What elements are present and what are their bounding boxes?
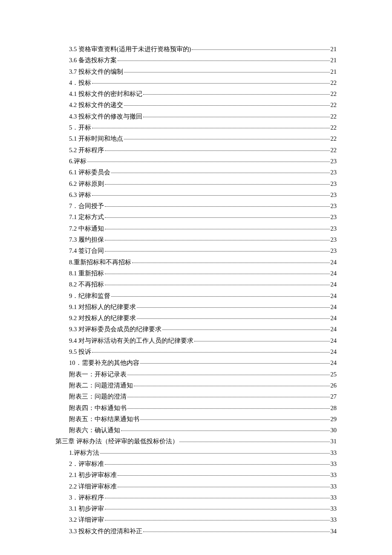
toc-label: 4.2 投标文件的递交 <box>69 102 123 108</box>
toc-page-number: 26 <box>331 382 337 389</box>
toc-entry: 3.1 初步评审33 <box>55 506 337 512</box>
toc-entry: 8.1 重新招标24 <box>55 270 337 277</box>
toc-page-number: 30 <box>331 427 337 434</box>
toc-page-number: 22 <box>331 113 337 120</box>
toc-page-number: 24 <box>331 326 337 332</box>
toc-page-number: 21 <box>331 69 337 75</box>
toc-page-number: 24 <box>331 338 337 344</box>
toc-label: 6.3 评标 <box>69 192 91 198</box>
toc-page-number: 31 <box>331 438 337 445</box>
toc-page-number: 33 <box>331 450 337 456</box>
toc-leader-dots <box>143 117 330 117</box>
toc-entry: 附表四：中标通知书28 <box>55 405 337 411</box>
toc-page-number: 24 <box>331 360 337 366</box>
toc-entry: 9.3 对评标委员会成员的纪律要求24 <box>55 326 337 332</box>
toc-entry: 8.重新招标和不再招标24 <box>55 259 337 266</box>
toc-leader-dots <box>118 487 330 487</box>
toc-page-number: 23 <box>331 225 337 232</box>
toc-entry: 3．评标程序33 <box>55 494 337 501</box>
toc-label: 2.1 初步评审标准 <box>69 472 117 478</box>
toc-page-number: 33 <box>331 494 337 501</box>
toc-leader-dots <box>124 72 330 72</box>
toc-label: 4.3 投标文件的修改与撤回 <box>69 113 142 120</box>
toc-page-number: 22 <box>331 124 337 131</box>
toc-entry: 附表五：中标结果通知书29 <box>55 416 337 422</box>
toc-leader-dots <box>105 229 330 229</box>
toc-leader-dots <box>105 509 330 509</box>
toc-entry: 6.评标23 <box>55 158 337 165</box>
toc-entry: 6.3 评标23 <box>55 192 337 198</box>
toc-leader-dots <box>87 162 330 162</box>
toc-entry: 8.2 不再招标24 <box>55 281 337 288</box>
toc-page-number: 23 <box>331 169 337 176</box>
toc-label: 附表六：确认通知 <box>69 427 120 434</box>
toc-page-number: 23 <box>331 237 337 243</box>
toc-leader-dots <box>143 532 330 532</box>
toc-leader-dots <box>121 431 330 431</box>
toc-leader-dots <box>162 330 330 330</box>
toc-label: 3.3 投标文件的澄清和补正 <box>69 528 142 535</box>
toc-page-number: 23 <box>331 181 337 187</box>
toc-label: 9.2 对投标人的纪律要求 <box>69 315 136 321</box>
toc-entry: 4.3 投标文件的修改与撤回22 <box>55 113 337 120</box>
toc-leader-dots <box>143 94 330 95</box>
toc-entry: 4.2 投标文件的递交22 <box>55 102 337 108</box>
toc-label: 8.重新招标和不再招标 <box>69 259 131 266</box>
toc-label: 9．纪律和监督 <box>69 293 110 299</box>
toc-entry: 4．投标22 <box>55 80 337 86</box>
toc-leader-dots <box>137 307 330 308</box>
toc-label: 附表五：中标结果通知书 <box>69 416 139 422</box>
toc-page-number: 23 <box>331 192 337 198</box>
toc-label: 7.3 履约担保 <box>69 237 104 243</box>
toc-page-number: 22 <box>331 147 337 153</box>
toc-leader-dots <box>105 274 330 274</box>
toc-label: 5．开标 <box>69 124 91 131</box>
toc-leader-dots <box>105 251 330 251</box>
toc-entry: 7.1 定标方式23 <box>55 214 337 220</box>
toc-entry: 9.2 对投标人的纪律要求24 <box>55 315 337 321</box>
toc-label: 附表一：开标记录表 <box>69 371 127 378</box>
toc-leader-dots <box>134 386 330 386</box>
toc-entry: 3.7 投标文件的编制21 <box>55 69 337 75</box>
toc-label: 5.1 开标时间和地点 <box>69 136 123 142</box>
toc-page-number: 24 <box>331 315 337 321</box>
toc-entry: 7.3 履约担保23 <box>55 237 337 243</box>
toc-page-number: 21 <box>331 57 337 64</box>
toc-leader-dots <box>140 363 330 364</box>
toc-label: 7．合同授予 <box>69 203 104 209</box>
toc-page-number: 33 <box>331 461 337 467</box>
toc-leader-dots <box>111 173 330 173</box>
toc-entry: 7.4 签订合同23 <box>55 248 337 254</box>
toc-entry: 6.2 评标原则23 <box>55 181 337 187</box>
toc-label: 9.4 对与评标活动有关的工作人员的纪律要求 <box>69 338 193 344</box>
toc-leader-dots <box>118 475 330 476</box>
toc-leader-dots <box>132 263 330 263</box>
toc-entry: 附表三：问题的澄清27 <box>55 393 337 400</box>
toc-leader-dots <box>92 195 330 196</box>
toc-entry: 2.1 初步评审标准33 <box>55 472 337 478</box>
toc-page-number: 27 <box>331 393 337 400</box>
toc-leader-dots <box>127 397 330 397</box>
toc-leader-dots <box>92 128 329 128</box>
toc-label: 3.6 备选投标方案 <box>69 57 117 64</box>
toc-label: 3.1 初步评审 <box>69 506 104 512</box>
toc-label: 3.7 投标文件的编制 <box>69 69 123 75</box>
toc-leader-dots <box>92 352 330 353</box>
toc-page-number: 33 <box>331 472 337 478</box>
toc-entry: 10．需要补充的其他内容24 <box>55 360 337 366</box>
toc-label: 8.2 不再招标 <box>69 281 104 288</box>
toc-page-number: 23 <box>331 214 337 220</box>
toc-leader-dots <box>105 240 330 240</box>
toc-label: 7.1 定标方式 <box>69 214 104 220</box>
toc-leader-dots <box>137 318 330 319</box>
toc-entry: 3.5 资格审查资料(适用于未进行资格预审的)21 <box>55 46 337 52</box>
toc-entry: 3.2 详细评审33 <box>55 517 337 523</box>
toc-leader-dots <box>179 442 330 442</box>
toc-leader-dots <box>140 419 330 420</box>
toc-label: 2．评审标准 <box>69 461 104 467</box>
toc-page-number: 22 <box>331 102 337 108</box>
toc-leader-dots <box>105 150 330 151</box>
toc-label: 附表四：中标通知书 <box>69 405 127 411</box>
toc-entry: 2.2 详细评审标准33 <box>55 483 337 490</box>
toc-entry: 附表一：开标记录表25 <box>55 371 337 378</box>
